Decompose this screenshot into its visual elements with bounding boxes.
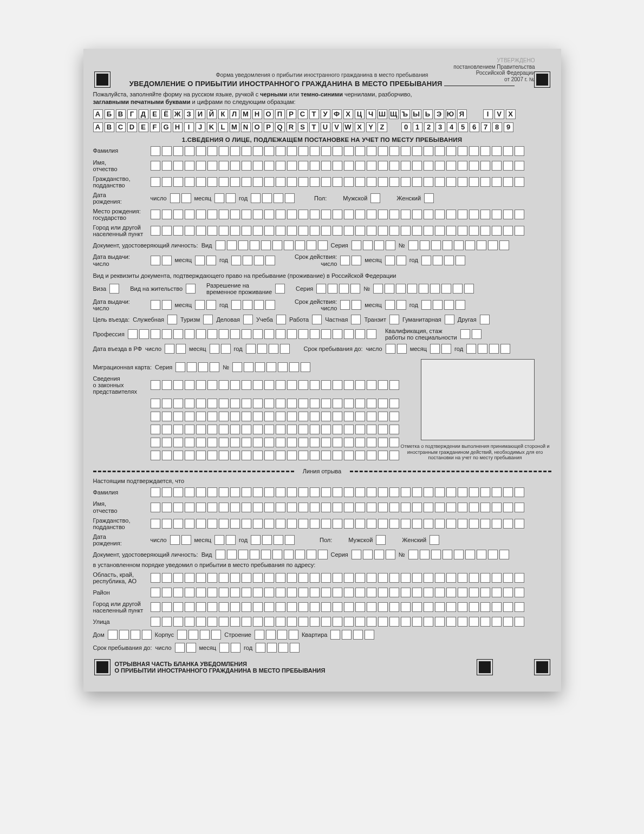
input2-id-series[interactable] bbox=[352, 550, 395, 559]
checkbox-male[interactable] bbox=[370, 193, 380, 203]
input2-id-number[interactable] bbox=[408, 550, 509, 559]
input-stay-number[interactable] bbox=[373, 284, 474, 294]
stamp-area bbox=[421, 359, 535, 440]
input-issue-year[interactable] bbox=[231, 256, 275, 265]
label-stay-doc-heading: Вид и реквизиты документа, подтверждающе… bbox=[93, 272, 551, 279]
input2-name[interactable] bbox=[151, 503, 524, 512]
input-migcard-number[interactable] bbox=[232, 362, 310, 372]
section1-heading: 1.СВЕДЕНИЯ О ЛИЦЕ, ПОДЛЕЖАЩЕМ ПОСТАНОВКЕ… bbox=[93, 136, 551, 143]
purpose-humanitarian[interactable] bbox=[445, 315, 454, 324]
sample-cyrillic: АБВГДЕЁЖЗИЙКЛМНОПРСТУФХЦЧШЩЪЫЬЭЮЯ IVX bbox=[93, 109, 551, 119]
input-entry-year[interactable] bbox=[246, 344, 290, 354]
input2-citizenship[interactable] bbox=[151, 519, 524, 529]
input-reps-5[interactable] bbox=[151, 438, 399, 447]
purpose-official[interactable] bbox=[167, 315, 177, 324]
input-citizenship[interactable] bbox=[151, 177, 524, 187]
input-stay-issue-year[interactable] bbox=[231, 300, 275, 310]
tearoff-title-l2: О ПРИБЫТИИ ИНОСТРАННОГО ГРАЖДАНИНА В МЕС… bbox=[115, 667, 326, 674]
checkbox2-female[interactable] bbox=[430, 535, 439, 545]
input-profession[interactable] bbox=[128, 329, 376, 339]
input2-dob-day[interactable] bbox=[170, 535, 191, 545]
input2-until-month[interactable] bbox=[219, 643, 240, 653]
label-surname: Фамилия bbox=[93, 147, 147, 154]
input-qualification-years[interactable] bbox=[460, 329, 482, 339]
input2-dob-month[interactable] bbox=[214, 535, 236, 545]
input-reps-3[interactable] bbox=[151, 412, 399, 421]
purpose-study[interactable] bbox=[276, 315, 286, 324]
tearoff-title-l1: ОТРЫВНАЯ ЧАСТЬ БЛАНКА УВЕДОМЛЕНИЯ bbox=[115, 661, 326, 667]
input-valid-year[interactable] bbox=[421, 256, 465, 265]
input-stay-series[interactable] bbox=[316, 284, 360, 294]
stamp-caption: Отметка о подтверждении выполнения прини… bbox=[399, 444, 551, 460]
label-valid-until: Срок действия:число bbox=[295, 253, 337, 266]
input2-surname[interactable] bbox=[151, 487, 524, 497]
input-stay-valid-month[interactable] bbox=[385, 300, 406, 310]
checkbox-visa[interactable] bbox=[109, 284, 119, 294]
purpose-private[interactable] bbox=[351, 315, 361, 324]
sample-latin: ABCDEFGHIJKLMNOPQRSTUVWXYZ 0123456789 bbox=[93, 122, 551, 132]
checkbox-temp-residence[interactable] bbox=[275, 284, 285, 294]
input-reps-6[interactable] bbox=[151, 451, 399, 460]
checkbox-female[interactable] bbox=[424, 193, 434, 203]
input2-until-year[interactable] bbox=[256, 643, 300, 653]
input-block[interactable] bbox=[177, 630, 221, 640]
input-dob-year[interactable] bbox=[251, 193, 295, 203]
input-stay-issue-day[interactable] bbox=[151, 300, 172, 310]
input-until-month[interactable] bbox=[430, 344, 451, 354]
input-entry-day[interactable] bbox=[165, 344, 186, 354]
label-issue-date: Дата выдачи: число bbox=[93, 253, 147, 266]
purpose-other[interactable] bbox=[480, 315, 490, 324]
input2-dob-year[interactable] bbox=[251, 535, 295, 545]
input-flat[interactable] bbox=[330, 630, 374, 640]
input2-until-day[interactable] bbox=[175, 643, 196, 653]
label-citizenship: Гражданство,подданство bbox=[93, 175, 147, 188]
input-stay-valid-day[interactable] bbox=[340, 300, 361, 310]
purpose-business[interactable] bbox=[243, 315, 253, 324]
input-stay-valid-year[interactable] bbox=[421, 300, 465, 310]
input-reps-2[interactable] bbox=[151, 399, 399, 408]
input-issue-month[interactable] bbox=[195, 256, 216, 265]
input-region[interactable] bbox=[151, 573, 524, 583]
input-dob-day[interactable] bbox=[170, 193, 191, 203]
input-house[interactable] bbox=[108, 630, 152, 640]
input-district[interactable] bbox=[151, 588, 524, 597]
input-until-day[interactable] bbox=[386, 344, 407, 354]
purpose-transit[interactable] bbox=[389, 315, 399, 324]
tear-line: Линия отрыва bbox=[93, 468, 551, 474]
input-reps-1[interactable] bbox=[151, 380, 399, 390]
input-birth-city[interactable] bbox=[151, 226, 524, 236]
input-surname[interactable] bbox=[151, 146, 524, 156]
decree-reference: УТВЕРЖДЕНО постановлением Правительства … bbox=[453, 57, 535, 82]
purpose-work[interactable] bbox=[312, 315, 322, 324]
input-stay-issue-month[interactable] bbox=[195, 300, 216, 310]
label-dob: Датарождения: bbox=[93, 192, 147, 205]
input-id-number[interactable] bbox=[408, 240, 509, 250]
input-id-kind[interactable] bbox=[216, 240, 328, 250]
input-valid-month[interactable] bbox=[385, 256, 406, 265]
alignment-mark-top-right bbox=[536, 74, 548, 86]
migration-form: УТВЕРЖДЕНО постановлением Правительства … bbox=[83, 49, 561, 692]
checkbox-residence[interactable] bbox=[186, 284, 196, 294]
input-entry-month[interactable] bbox=[210, 344, 231, 354]
visit-purpose-row: Цель въезда: Служебная Туризм Деловая Уч… bbox=[93, 315, 551, 324]
label-birth-city: Город или другойнаселенный пункт bbox=[93, 224, 147, 237]
alignment-mark-bot-mid bbox=[479, 661, 491, 673]
input-until-year[interactable] bbox=[466, 344, 510, 354]
input-street[interactable] bbox=[151, 617, 524, 627]
input-dob-month[interactable] bbox=[214, 193, 236, 203]
label-legal-reps: Сведенияо законныхпредставителях bbox=[93, 375, 147, 395]
input2-id-kind[interactable] bbox=[216, 550, 328, 559]
input-birth-country[interactable] bbox=[151, 210, 524, 219]
input-building[interactable] bbox=[255, 630, 298, 640]
input-issue-day[interactable] bbox=[151, 256, 172, 265]
purpose-tourism[interactable] bbox=[203, 315, 213, 324]
instructions: Пожалуйста, заполняйте форму на русском … bbox=[93, 91, 551, 106]
input-city[interactable] bbox=[151, 602, 524, 612]
checkbox2-male[interactable] bbox=[376, 535, 386, 545]
input-id-series[interactable] bbox=[352, 240, 395, 250]
label-id-doc: Документ, удостоверяющий личность: bbox=[93, 242, 198, 249]
input-reps-4[interactable] bbox=[151, 425, 399, 434]
input-migcard-series[interactable] bbox=[175, 362, 219, 372]
input-valid-day[interactable] bbox=[340, 256, 361, 265]
input-name[interactable] bbox=[151, 161, 524, 171]
